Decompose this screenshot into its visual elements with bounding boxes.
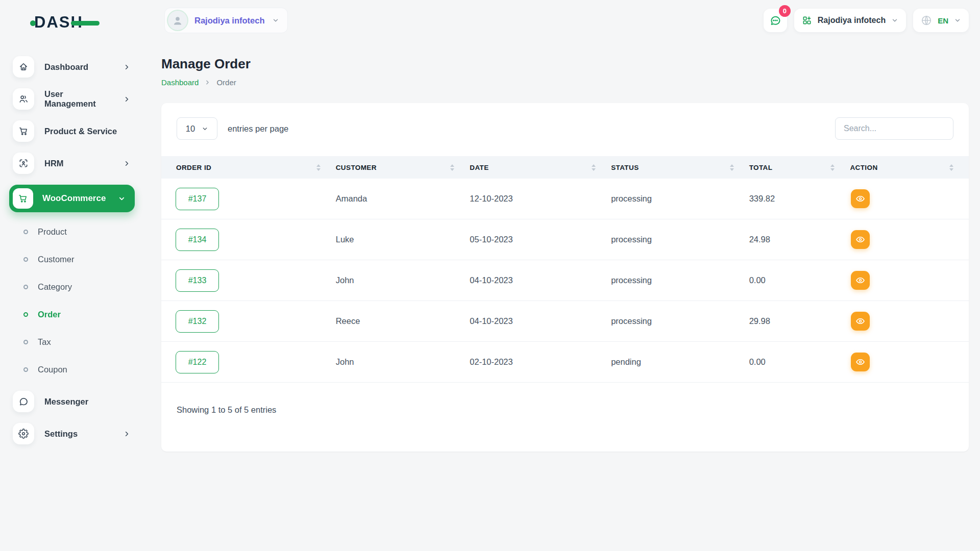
sort-icon[interactable] — [450, 164, 454, 171]
cell-order-id: #134 — [161, 229, 336, 251]
main-content: Manage Order Dashboard Order 10 entries … — [145, 56, 980, 452]
table-summary: Showing 1 to 5 of 5 entries — [161, 383, 969, 415]
sidebar-subitem-label: Category — [38, 282, 72, 292]
sidebar-subitem-product[interactable]: Product — [13, 226, 135, 238]
cell-action — [850, 312, 969, 331]
view-order-button[interactable] — [851, 189, 870, 208]
chevron-down-icon — [118, 195, 126, 203]
table-row: #132Reece04-10-2023processing29.98 — [161, 301, 969, 342]
cell-status: processing — [611, 276, 749, 285]
sort-icon[interactable] — [830, 164, 835, 171]
sidebar: DASH DashboardUser ManagementProduct & S… — [0, 0, 145, 551]
column-header-action[interactable]: ACTION — [850, 164, 969, 171]
cell-order-id: #133 — [161, 269, 336, 292]
sidebar-nav: DashboardUser ManagementProduct & Servic… — [13, 56, 135, 444]
cell-total: 0.00 — [749, 276, 850, 285]
language-dropdown[interactable]: EN — [913, 9, 969, 32]
search-input[interactable] — [835, 117, 953, 140]
column-header-label: CUSTOMER — [336, 164, 377, 171]
chevron-right-icon — [204, 79, 211, 86]
breadcrumb-dashboard-link[interactable]: Dashboard — [161, 78, 199, 87]
sidebar-subitem-category[interactable]: Category — [13, 281, 135, 293]
logo-dot-icon — [30, 20, 36, 26]
sidebar-item-messenger[interactable]: Messenger — [13, 391, 135, 412]
column-header-label: DATE — [470, 164, 488, 171]
language-label: EN — [938, 16, 948, 25]
bullet-icon — [23, 312, 28, 317]
view-order-button[interactable] — [851, 312, 870, 331]
column-header-customer[interactable]: CUSTOMER — [336, 164, 470, 171]
cell-order-id: #137 — [161, 188, 336, 210]
chevron-down-icon — [202, 126, 208, 132]
view-order-button[interactable] — [851, 353, 870, 371]
cell-total: 29.98 — [749, 316, 850, 326]
sidebar-subitem-label: Customer — [38, 255, 75, 264]
sort-icon[interactable] — [592, 164, 596, 171]
workspace-dropdown[interactable]: Rajodiya infotech — [164, 8, 288, 33]
column-header-label: ACTION — [850, 164, 877, 171]
order-id-link[interactable]: #133 — [176, 269, 219, 292]
column-header-order-id[interactable]: ORDER ID — [161, 164, 336, 171]
view-order-button[interactable] — [851, 230, 870, 249]
order-id-link[interactable]: #134 — [176, 229, 219, 251]
bullet-icon — [23, 340, 28, 344]
sidebar-item-hrm[interactable]: HRM — [13, 153, 135, 174]
cell-date: 04-10-2023 — [470, 316, 611, 326]
cell-customer: Luke — [336, 235, 470, 244]
sidebar-subitem-label: Coupon — [38, 365, 67, 374]
chat-icon — [13, 391, 34, 412]
cell-action — [850, 189, 969, 208]
sidebar-item-dashboard[interactable]: Dashboard — [13, 56, 135, 78]
order-id-link[interactable]: #122 — [176, 351, 219, 373]
chevron-down-icon — [954, 17, 961, 24]
column-header-label: TOTAL — [749, 164, 773, 171]
gear-icon — [13, 423, 34, 444]
grid-plus-icon — [802, 15, 812, 26]
sidebar-item-label: Product & Service — [44, 127, 117, 136]
sidebar-submenu: ProductCustomerCategoryOrderTaxCoupon — [13, 226, 135, 375]
view-order-button[interactable] — [851, 271, 870, 290]
company-dropdown[interactable]: Rajodiya infotech — [794, 9, 906, 32]
table-row: #137Amanda12-10-2023processing339.82 — [161, 179, 969, 219]
chevron-down-icon — [891, 17, 898, 24]
column-header-total[interactable]: TOTAL — [749, 164, 850, 171]
globe-icon — [921, 15, 932, 26]
sidebar-subitem-tax[interactable]: Tax — [13, 336, 135, 348]
cell-customer: Reece — [336, 316, 470, 326]
sidebar-item-label: HRM — [44, 159, 64, 168]
cell-date: 04-10-2023 — [470, 276, 611, 285]
sidebar-item-product-service[interactable]: Product & Service — [13, 120, 135, 142]
home-icon — [13, 56, 34, 78]
cell-total: 24.98 — [749, 235, 850, 244]
logo-dash-icon — [71, 21, 100, 26]
sidebar-item-label: WooCommerce — [42, 193, 106, 204]
cell-order-id: #132 — [161, 310, 336, 333]
chat-dots-icon — [769, 14, 781, 27]
sort-icon[interactable] — [949, 164, 953, 171]
sidebar-subitem-order[interactable]: Order — [13, 308, 135, 320]
cell-status: processing — [611, 235, 749, 244]
app-logo[interactable]: DASH — [34, 13, 83, 32]
column-header-date[interactable]: DATE — [470, 164, 611, 171]
sidebar-subitem-coupon[interactable]: Coupon — [13, 363, 135, 375]
sort-icon[interactable] — [316, 164, 321, 171]
entries-per-page-select[interactable]: 10 — [177, 117, 217, 140]
sidebar-item-woocommerce[interactable]: WooCommerce — [9, 185, 135, 212]
messages-count-badge: 0 — [779, 5, 791, 17]
hrm-icon — [13, 153, 34, 174]
order-id-link[interactable]: #132 — [176, 310, 219, 333]
sort-icon[interactable] — [730, 164, 734, 171]
cell-action — [850, 353, 969, 371]
cart-icon — [13, 188, 33, 209]
users-icon — [13, 88, 34, 110]
bullet-icon — [23, 257, 28, 262]
messages-button[interactable]: 0 — [764, 9, 787, 32]
order-id-link[interactable]: #137 — [176, 188, 219, 210]
column-header-status[interactable]: STATUS — [611, 164, 749, 171]
sidebar-item-user-management[interactable]: User Management — [13, 88, 135, 110]
sidebar-item-settings[interactable]: Settings — [13, 423, 135, 444]
sidebar-subitem-label: Product — [38, 227, 67, 237]
sidebar-subitem-customer[interactable]: Customer — [13, 253, 135, 265]
topbar-actions: 0 Rajodiya infotech EN — [764, 9, 969, 32]
chevron-right-icon — [123, 63, 131, 71]
